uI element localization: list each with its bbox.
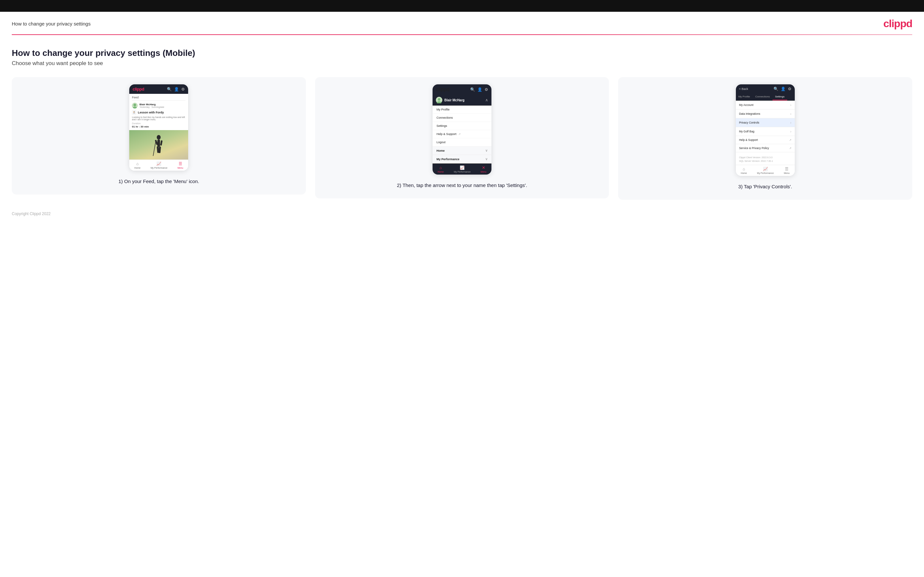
tab-settings[interactable]: Settings [772,93,787,100]
performance-icon3: 📈 [763,167,768,171]
step3-nav-home: ⌂ Home [741,167,747,174]
settings-icon: ⚙ [485,87,488,92]
settings-privacy-controls[interactable]: Privacy Controls › [736,118,795,127]
duration-label: Duration [132,122,186,124]
feed-avatar [132,103,138,108]
chevron-right-icon4: › [790,129,792,134]
settings-icon3: ⚙ [788,87,792,91]
step-1-caption: 1) On your Feed, tap the 'Menu' icon. [118,178,199,185]
step-3-caption: 3) Tap 'Privacy Controls'. [738,183,792,190]
user-icon3: 👤 [781,87,786,91]
chevron-right-icon: › [790,103,792,107]
search-icon3: 🔍 [774,87,779,91]
copyright-text: Copyright Clippd 2022 [12,211,51,216]
close-icon: ✕ [482,165,485,170]
step3-tabs: My Profile Connections Settings [736,93,795,101]
svg-point-9 [438,98,440,101]
menu-user-left: Blair McHarg [436,97,465,103]
service-privacy-label: Service & Privacy Policy [739,147,769,150]
step1-nav-menu[interactable]: ☰ Menu [177,161,183,169]
step2-bottombar: ⌂ Home 📈 My Performance ✕ Menu [433,163,491,174]
performance-label: My Performance [150,167,167,169]
step-1-card: clippd 🔍 👤 ⚙ Feed [12,77,306,195]
version-line2: GQL Server Version: 2022.7.30-1 [739,159,792,163]
step2-nav-home: ⌂ Home [438,165,444,173]
version-line1: Clippd Client Version: 2022.8.3-3 [739,156,792,159]
step-2-phone: clippd 🔍 👤 ⚙ Blair McHarg ∧ [433,84,491,174]
steps-row: clippd 🔍 👤 ⚙ Feed [12,77,912,200]
step1-topbar-icons: 🔍 👤 ⚙ [167,87,185,92]
home-label3: Home [741,172,747,174]
step2-user-row[interactable]: Blair McHarg ∧ [433,95,491,106]
feed-post-header: Blair McHarg Yesterday · Sunningdale [132,103,186,108]
my-account-label: My Account [739,103,754,106]
menu-item-logout[interactable]: Logout [433,138,491,147]
step1-topbar: clippd 🔍 👤 ⚙ [129,84,188,94]
ext-link-icon2: ↗ [789,139,792,142]
performance-label3: My Performance [757,172,774,174]
my-golf-bag-label: My Golf Bag [739,130,754,133]
header: How to change your privacy settings clip… [0,12,924,30]
step2-topbar-icons: 🔍 👤 ⚙ [470,87,488,92]
settings-data-integrations[interactable]: Data Integrations › [736,110,795,118]
step2-nav-menu[interactable]: ✕ Menu [481,165,486,173]
version-info: Clippd Client Version: 2022.8.3-3 GQL Se… [736,152,795,165]
chevron-right-icon2: › [790,112,792,116]
step3-nav-menu[interactable]: ☰ Menu [784,167,790,174]
home-icon: ⌂ [136,161,138,166]
help-support-label: Help & Support [739,138,758,142]
data-integrations-label: Data Integrations [739,112,761,115]
step2-nav-performance: 📈 My Performance [454,165,470,173]
feed-post: Blair McHarg Yesterday · Sunningdale 🏌 L… [132,103,186,128]
menu-item-help[interactable]: Help & Support ↗ [433,130,491,138]
settings-label: Settings [436,124,447,127]
step-2-caption: 2) Then, tap the arrow next to your name… [397,182,527,189]
main-content: How to change your privacy settings (Mob… [0,35,924,200]
performance-label2: My Performance [454,171,470,173]
tab-connections[interactable]: Connections [753,93,772,100]
svg-point-10 [437,102,441,103]
menu-item-connections[interactable]: Connections [433,114,491,122]
step1-nav-home: ⌂ Home [134,161,141,169]
menu-item-my-profile[interactable]: My Profile [433,106,491,114]
settings-help-support[interactable]: Help & Support ↗ [736,136,795,144]
svg-point-1 [133,106,137,108]
page-title: How to change your privacy settings (Mob… [12,48,912,58]
menu-label: Menu [177,167,183,169]
svg-rect-3 [157,140,160,147]
ext-link-icon3: ↗ [789,147,792,150]
step1-app-logo: clippd [132,87,144,92]
settings-list: My Account › Data Integrations › Privacy… [736,101,795,152]
step2-app-logo: clippd [436,87,449,92]
step1-nav-performance: 📈 My Performance [150,161,167,169]
feed-user-sub: Yesterday · Sunningdale [139,106,164,108]
logo: clippd [884,18,912,30]
home-label2: Home [438,171,444,173]
ext-link-icon: ↗ [459,133,461,136]
back-button[interactable]: < Back [739,87,748,90]
feed-user-name: Blair McHarg [139,103,164,106]
footer: Copyright Clippd 2022 [0,200,924,222]
tab-my-profile[interactable]: My Profile [736,93,753,100]
menu-section-performance[interactable]: My Performance ∨ [433,155,491,163]
step-3-card: < Back 🔍 👤 ⚙ My Profile Connections Sett… [618,77,912,200]
feed-label: Feed [132,96,186,101]
menu-icon3: ☰ [785,167,788,171]
chevron-right-icon3: › [790,121,792,124]
step3-topbar: < Back 🔍 👤 ⚙ [736,84,795,93]
svg-point-0 [134,104,136,106]
section-chevron: ∨ [485,149,488,152]
menu-section-home[interactable]: Home ∨ [433,147,491,155]
search-icon: 🔍 [470,87,475,92]
settings-my-account[interactable]: My Account › [736,101,795,110]
page-subtitle: Choose what you want people to see [12,60,912,67]
performance-icon2: 📈 [460,165,465,170]
top-bar [0,0,924,12]
step3-nav-performance: 📈 My Performance [757,167,774,174]
home-label: Home [134,167,141,169]
home-icon2: ⌂ [439,165,442,170]
settings-my-golf-bag[interactable]: My Golf Bag › [736,127,795,136]
step3-bottombar: ⌂ Home 📈 My Performance ☰ Menu [736,165,795,176]
menu-item-settings[interactable]: Settings [433,122,491,130]
settings-service-privacy[interactable]: Service & Privacy Policy ↗ [736,144,795,152]
